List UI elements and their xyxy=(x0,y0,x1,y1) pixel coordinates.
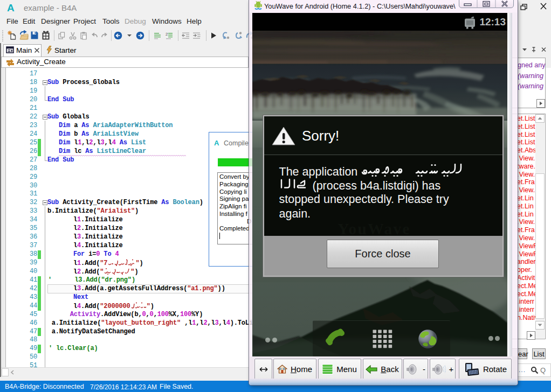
svg-text:2: 2 xyxy=(166,32,168,37)
